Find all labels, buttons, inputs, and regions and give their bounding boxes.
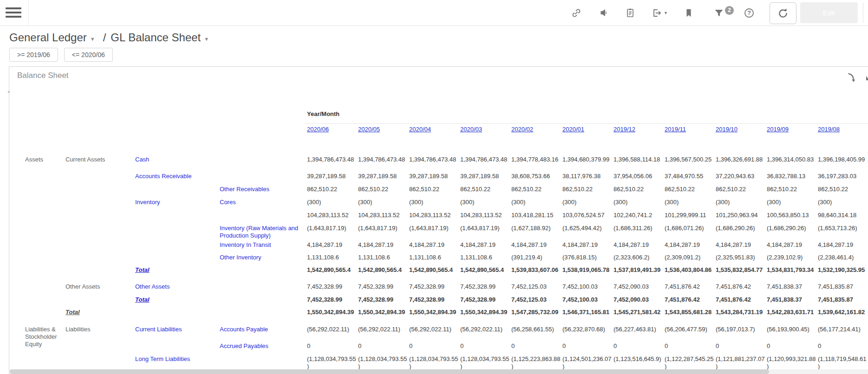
cell-value: 862,510.22 [511, 186, 561, 193]
row-label-link[interactable]: Other Receivables [220, 186, 301, 193]
month-column-link[interactable]: 2019/12 [613, 126, 635, 133]
cell-value: (1,643,817.19) [460, 225, 509, 232]
cell-value: 7,452,328.99 [409, 296, 458, 303]
cell-value: (56,197,013.7) [716, 326, 765, 333]
top-toolbar: ▼ 2 ? Edit [0, 0, 868, 26]
drill-down-icon[interactable] [846, 71, 858, 84]
cell-value: (1,686,290.26) [716, 225, 765, 232]
cell-value: 1,539,642,161.82 [818, 309, 867, 316]
cell-value: (300) [460, 199, 509, 206]
expand-icon[interactable] [863, 71, 868, 84]
cell-value: (1,686,311.26) [613, 225, 663, 232]
cell-value: (376,818.15) [562, 254, 612, 261]
link-icon[interactable] [570, 7, 582, 19]
cell-value: (2,323,606.2) [613, 254, 663, 261]
total-row-link[interactable]: Total [135, 266, 218, 274]
cell-value: 7,452,328.99 [460, 296, 509, 303]
row-label-link[interactable]: Cash [135, 156, 218, 163]
cell-value: (1,625,494.42) [562, 225, 612, 232]
row-group-label: Liabilities & Stockholder Equity [25, 326, 63, 348]
cell-value: 1,396,567,500.25 [665, 156, 714, 163]
cell-value: 862,510.22 [613, 186, 663, 193]
toolbar-end-divider [863, 3, 863, 23]
cell-value: 7,452,100.03 [562, 283, 612, 290]
cell-value: 4,184,287.19 [767, 241, 816, 249]
cell-value: 36,832,788.13 [767, 173, 816, 180]
row-label-link[interactable]: Long Term Liabilities [135, 355, 218, 363]
chevron-down-icon[interactable]: ▼ [204, 36, 209, 42]
row-label-link[interactable]: Current Liabilities [135, 326, 218, 333]
cell-value: 1,542,890,565.4 [307, 266, 356, 274]
row-label-link[interactable]: Inventory [135, 199, 218, 206]
cell-value: 98,640,314.18 [818, 212, 867, 219]
announce-icon[interactable] [597, 7, 609, 19]
row-label-link[interactable]: Accounts Payable [220, 326, 301, 333]
row-label-link[interactable]: Other Inventory [220, 254, 301, 261]
cell-value: 100,563,850.13 [767, 212, 816, 219]
total-row-link[interactable]: Total [65, 309, 134, 316]
month-column-link[interactable]: 2020/01 [562, 126, 584, 133]
cell-value: 1,131,108.6 [409, 254, 458, 261]
row-label-link[interactable]: Inventory (Raw Materials and Production … [220, 225, 301, 239]
filter-chip-from[interactable]: >= 2019/06 [9, 48, 58, 62]
cell-value: (56,258,661.55) [511, 326, 561, 333]
edit-button[interactable]: Edit [800, 2, 858, 23]
cell-value: 4,184,287.19 [511, 241, 561, 249]
cell-value: (300) [307, 199, 356, 206]
month-column-link[interactable]: 2020/04 [409, 126, 431, 133]
cell-value: 101,250,963.94 [716, 212, 765, 219]
cell-value: 0 [307, 342, 356, 350]
cell-value: 1,538,919,065.78 [562, 266, 612, 274]
month-column-link[interactable]: 2019/08 [818, 126, 840, 133]
bookmark-icon[interactable] [683, 7, 695, 19]
month-column-link[interactable]: 2020/03 [460, 126, 482, 133]
breadcrumb-page[interactable]: GL Balance Sheet [111, 31, 201, 44]
cell-value: (56,292,022.11) [460, 326, 509, 333]
cell-value: 7,451,876.42 [716, 296, 765, 303]
filter-chip-to[interactable]: <= 2020/06 [64, 48, 113, 62]
month-column-link[interactable]: 2020/05 [358, 126, 380, 133]
breadcrumb-section[interactable]: General Ledger [9, 31, 87, 44]
month-column-link[interactable]: 2019/09 [767, 126, 789, 133]
cell-value: 1,535,832,854.77 [716, 266, 765, 274]
cell-value: 39,287,189.58 [307, 173, 356, 180]
row-label-link[interactable]: Cores [220, 199, 301, 206]
copy-icon[interactable] [624, 7, 636, 19]
cell-value: 7,452,090.03 [613, 296, 663, 303]
chevron-down-icon[interactable]: ▼ [90, 36, 95, 42]
cell-value: 1,542,283,631.71 [767, 309, 816, 316]
row-label-link[interactable]: Inventory In Transit [220, 241, 301, 249]
refresh-button[interactable] [770, 2, 796, 24]
cell-value: 39,287,189.58 [460, 173, 509, 180]
total-row-link[interactable]: Total [135, 296, 218, 303]
balance-sheet-panel: Balance Sheet Year/Month 2020/062020/052… [9, 66, 868, 374]
export-icon[interactable]: ▼ [651, 7, 668, 19]
cell-value: 1,396,588,114.18 [613, 156, 663, 163]
cell-value: (391,219.4) [511, 254, 561, 261]
row-label-link[interactable]: Other Assets [135, 283, 218, 290]
cell-value: (1,128,034,793.55) [358, 355, 407, 370]
row-label-link[interactable]: Accrued Payables [220, 342, 301, 350]
cell-value: 4,184,287.19 [460, 241, 509, 249]
filter-chips: >= 2019/06 <= 2020/06 [9, 48, 113, 62]
filter-icon[interactable]: 2 [710, 7, 728, 19]
help-icon[interactable]: ? [743, 7, 755, 19]
horizontal-scrollbar-track[interactable] [9, 369, 868, 374]
cell-value: 0 [511, 342, 561, 350]
month-column-link[interactable]: 2019/11 [665, 126, 686, 133]
svg-text:?: ? [747, 10, 751, 16]
cell-value: 7,451,835.87 [818, 283, 867, 290]
cell-value: (1,118,719,548.61) [818, 355, 867, 370]
menu-button[interactable] [6, 5, 21, 20]
cell-value: 7,452,100.03 [562, 296, 612, 303]
horizontal-scrollbar-thumb[interactable] [10, 369, 769, 374]
cell-value: 1,543,855,681.28 [665, 309, 714, 316]
row-label-link[interactable]: Accounts Receivable [135, 173, 218, 180]
month-column-link[interactable]: 2019/10 [716, 126, 737, 133]
cell-value: (2,309,091.2) [665, 254, 714, 261]
cell-value: 0 [409, 342, 458, 350]
cell-value: 104,283,113.52 [409, 212, 458, 219]
cell-value: 1,542,890,565.4 [358, 266, 407, 274]
month-column-link[interactable]: 2020/06 [307, 126, 329, 133]
month-column-link[interactable]: 2020/02 [511, 126, 533, 133]
